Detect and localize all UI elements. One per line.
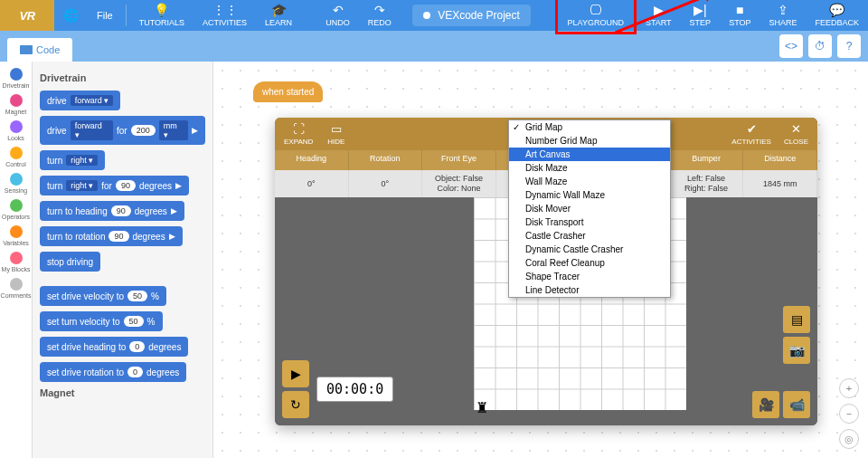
category-dot-icon bbox=[10, 147, 23, 159]
dashboard-button[interactable]: ⏱ bbox=[808, 34, 832, 58]
code-icon: <> bbox=[785, 40, 797, 52]
label: Drivetrain bbox=[3, 82, 30, 89]
val-heading: 0° bbox=[275, 170, 349, 197]
category-dot-icon bbox=[10, 252, 23, 264]
dropdown-option[interactable]: Dynamic Castle Crasher bbox=[509, 243, 670, 256]
hide-button[interactable]: ▭HIDE bbox=[327, 122, 344, 146]
label: Looks bbox=[7, 135, 24, 141]
camera-chase-button[interactable]: 🎥 bbox=[752, 391, 779, 418]
when-started-block[interactable]: when started bbox=[253, 81, 323, 102]
step-button[interactable]: ▶|STEP bbox=[681, 0, 721, 31]
category-control[interactable]: Control bbox=[0, 144, 32, 170]
block-drive-velocity[interactable]: set drive velocity to50% bbox=[40, 286, 166, 306]
block-turn-rotation[interactable]: turn to rotation90degrees▶ bbox=[40, 226, 183, 246]
redo-button[interactable]: ↷REDO bbox=[359, 0, 401, 31]
label: Control bbox=[5, 161, 26, 167]
label: HIDE bbox=[327, 138, 344, 146]
label: TUTORIALS bbox=[139, 18, 184, 27]
dash-bumper: Bumper bbox=[670, 150, 744, 170]
category-variables[interactable]: Variables bbox=[0, 223, 32, 249]
label: LEARN bbox=[265, 18, 292, 27]
target-icon: ◎ bbox=[844, 434, 854, 445]
val-bumper: Left: FalseRight: False bbox=[670, 170, 744, 197]
tutorials-button[interactable]: 💡TUTORIALS bbox=[130, 0, 193, 31]
minus-icon: − bbox=[846, 408, 852, 419]
dropdown-option[interactable]: Disk Maze bbox=[509, 161, 670, 175]
label: Sensing bbox=[5, 187, 27, 194]
dots-icon: ⋮⋮ bbox=[212, 4, 238, 16]
close-button[interactable]: ✕CLOSE bbox=[784, 122, 808, 146]
category-drivetrain[interactable]: Drivetrain bbox=[0, 65, 32, 91]
zoom-controls: + − ◎ bbox=[839, 378, 859, 449]
block-turn-heading[interactable]: turn to heading90degrees▶ bbox=[40, 201, 184, 221]
category-dot-icon bbox=[10, 199, 23, 212]
dropdown-option[interactable]: Coral Reef Cleanup bbox=[509, 256, 670, 270]
block-drive[interactable]: driveforward ▾ bbox=[40, 91, 120, 110]
zoom-fit-button[interactable]: ◎ bbox=[839, 429, 859, 449]
dropdown-option[interactable]: Dynamic Wall Maze bbox=[509, 188, 670, 202]
block-drive-rotation-set[interactable]: set drive rotation to0degrees bbox=[40, 362, 186, 382]
activities-button[interactable]: ⋮⋮ACTIVITIES bbox=[193, 0, 256, 31]
reset-button[interactable]: ↻ bbox=[282, 391, 309, 418]
label: FEEDBACK bbox=[815, 18, 859, 27]
zoom-in-button[interactable]: + bbox=[839, 378, 859, 398]
feedback-button[interactable]: 💬FEEDBACK bbox=[806, 0, 868, 31]
playground-select-dropdown[interactable]: Grid MapNumber Grid MapArt CanvasDisk Ma… bbox=[508, 119, 671, 298]
dropdown-option[interactable]: Disk Mover bbox=[509, 202, 670, 215]
run-button[interactable]: ▶ bbox=[282, 360, 309, 387]
dropdown-option[interactable]: Castle Crasher bbox=[509, 229, 670, 243]
dropdown-option[interactable]: Line Detector bbox=[509, 283, 670, 297]
data-button[interactable]: ▤ bbox=[783, 306, 810, 333]
undo-button[interactable]: ↶UNDO bbox=[316, 0, 359, 31]
label: REDO bbox=[368, 18, 392, 27]
project-name[interactable]: VEXcode Project bbox=[412, 5, 531, 26]
dropdown-option[interactable]: Grid Map bbox=[509, 120, 670, 134]
playground-button[interactable]: 🖵PLAYGROUND bbox=[559, 0, 633, 31]
block-drive-for[interactable]: driveforward ▾for200mm ▾▶ bbox=[40, 116, 205, 145]
workspace[interactable]: when started ⛶EXPAND ▭HIDE ✔ACTIVITIES ✕… bbox=[213, 62, 868, 458]
expand-button[interactable]: ⛶EXPAND bbox=[284, 122, 313, 146]
close-icon: ✕ bbox=[791, 122, 801, 136]
dropdown-option[interactable]: Wall Maze bbox=[509, 175, 670, 188]
block-drive-heading-set[interactable]: set drive heading to0degrees bbox=[40, 337, 188, 357]
pg-activities-button[interactable]: ✔ACTIVITIES bbox=[731, 122, 771, 146]
blocks-icon bbox=[20, 45, 33, 54]
camera-side-button[interactable]: 📹 bbox=[783, 391, 810, 418]
category-comments[interactable]: Comments bbox=[0, 275, 32, 301]
block-palette: Drivetrain driveforward ▾ driveforward ▾… bbox=[33, 62, 213, 458]
file-menu[interactable]: File bbox=[88, 0, 122, 31]
stop-button[interactable]: ■STOP bbox=[720, 0, 760, 31]
help-button[interactable]: ? bbox=[837, 34, 861, 58]
label: STEP bbox=[690, 18, 712, 27]
code-tab[interactable]: Code bbox=[7, 38, 72, 62]
learn-button[interactable]: 🎓LEARN bbox=[256, 0, 301, 31]
dropdown-option[interactable]: Number Grid Map bbox=[509, 134, 670, 148]
category-dot-icon bbox=[10, 120, 23, 133]
val-distance: 1845 mm bbox=[743, 170, 817, 197]
label: Code bbox=[36, 44, 60, 55]
block-turn[interactable]: turnright ▾ bbox=[40, 150, 105, 170]
block-stop-driving[interactable]: stop driving bbox=[40, 252, 100, 272]
label: SHARE bbox=[769, 18, 797, 27]
val-fronteye: Object: FalseColor: None bbox=[422, 170, 496, 197]
category-sensing[interactable]: Sensing bbox=[0, 170, 32, 196]
category-magnet[interactable]: Magnet bbox=[0, 91, 32, 118]
camera-top-button[interactable]: 📷 bbox=[783, 337, 810, 364]
start-button[interactable]: ▶START bbox=[637, 0, 681, 31]
chat-icon: 💬 bbox=[829, 4, 844, 16]
dropdown-option[interactable]: Disk Transport bbox=[509, 215, 670, 229]
dropdown-option[interactable]: Art Canvas bbox=[509, 148, 670, 161]
convert-button[interactable]: <> bbox=[779, 34, 803, 58]
category-my blocks[interactable]: My Blocks bbox=[0, 249, 32, 275]
zoom-out-button[interactable]: − bbox=[839, 404, 859, 424]
hide-icon: ▭ bbox=[331, 122, 342, 136]
category-operators[interactable]: Operators bbox=[0, 196, 32, 223]
language-button[interactable]: 🌐 bbox=[54, 0, 88, 31]
block-turn-velocity[interactable]: set turn velocity to50% bbox=[40, 311, 163, 331]
category-column: DrivetrainMagnetLooksControlSensingOpera… bbox=[0, 62, 33, 458]
share-button[interactable]: ⇪SHARE bbox=[760, 0, 806, 31]
dropdown-option[interactable]: Shape Tracer bbox=[509, 270, 670, 283]
category-looks[interactable]: Looks bbox=[0, 118, 32, 144]
label: CLOSE bbox=[784, 138, 808, 146]
block-turn-for[interactable]: turnright ▾for90degrees▶ bbox=[40, 176, 189, 196]
